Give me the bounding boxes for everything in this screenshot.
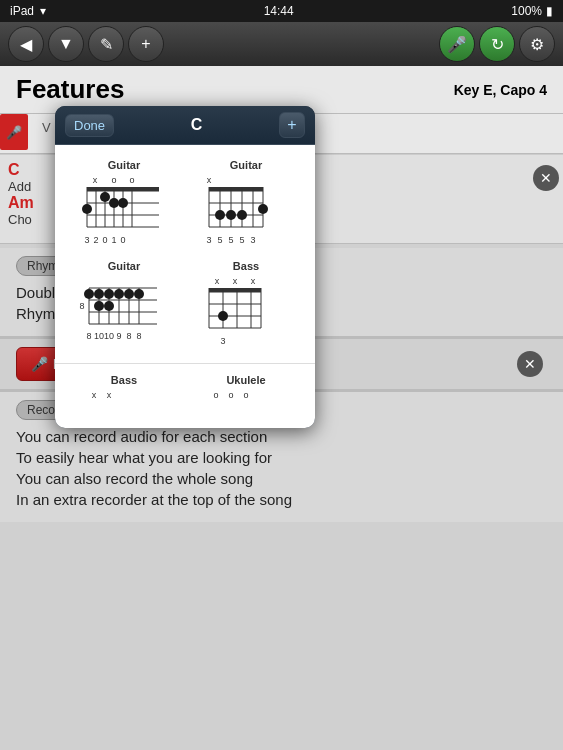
chord-diagram-bass2: Bass x x (63, 368, 185, 424)
back-button[interactable]: ◀ (8, 26, 44, 62)
status-bar: iPad ▾ 14:44 100% ▮ (0, 0, 563, 22)
svg-point-17 (118, 198, 128, 208)
mic-tab-icon: 🎤 (6, 125, 22, 140)
chord-diagram-ukulele: Ukulele o o o (185, 368, 307, 424)
bass-svg: x x x (199, 274, 294, 349)
guitar2-svg: x (199, 173, 294, 248)
settings-icon: ⚙ (530, 35, 544, 54)
svg-point-82 (218, 311, 228, 321)
record-text: You can record audio for each section To… (16, 426, 547, 510)
svg-text:8: 8 (79, 301, 84, 311)
battery-icon: ▮ (546, 4, 553, 18)
status-right: 100% ▮ (511, 4, 553, 18)
svg-rect-24 (209, 187, 263, 191)
add-icon: + (141, 35, 150, 53)
svg-text:x: x (214, 276, 219, 286)
mic-button[interactable]: 🎤 (439, 26, 475, 62)
svg-text:x: x (92, 390, 97, 400)
svg-text:3: 3 (220, 336, 225, 346)
chord-diagram-guitar3: Guitar 8 (63, 254, 185, 355)
guitar3-svg: 8 (77, 274, 172, 349)
ukulele-svg: o o o (206, 388, 286, 418)
svg-text:x: x (206, 175, 211, 185)
time-label: 14:44 (264, 4, 294, 18)
chord-row-close[interactable]: ✕ (533, 165, 559, 191)
svg-text:x: x (232, 276, 237, 286)
svg-text:x: x (92, 175, 97, 185)
svg-text:3: 3 (84, 235, 89, 245)
back-icon: ◀ (20, 35, 32, 54)
svg-point-55 (84, 289, 94, 299)
svg-point-16 (109, 198, 119, 208)
nav-right: 🎤 ↻ ⚙ (439, 26, 555, 62)
verse-tab: 🎤 (0, 114, 28, 150)
verse-label: V (42, 120, 51, 135)
nav-left: ◀ ▼ ✎ + (8, 26, 164, 62)
svg-text:1: 1 (111, 235, 116, 245)
svg-text:o: o (243, 390, 248, 400)
chord-overlay-header: Done C + (55, 106, 315, 145)
chord-diagram-bass: Bass x x x (185, 254, 307, 355)
svg-point-60 (134, 289, 144, 299)
status-left: iPad ▾ (10, 4, 46, 18)
svg-text:o: o (111, 175, 116, 185)
svg-point-14 (82, 204, 92, 214)
svg-text:5: 5 (228, 235, 233, 245)
svg-text:x: x (107, 390, 112, 400)
svg-text:5: 5 (217, 235, 222, 245)
chord-diagram-guitar2: Guitar x (185, 153, 307, 254)
down-button[interactable]: ▼ (48, 26, 84, 62)
svg-text:10: 10 (93, 331, 103, 341)
chord-diagram-guitar1: Guitar x o o (63, 153, 185, 254)
svg-text:3: 3 (206, 235, 211, 245)
svg-text:8: 8 (86, 331, 91, 341)
svg-text:0: 0 (102, 235, 107, 245)
main-content: Features Key E, Capo 4 🎤 V C Add Am Cho … (0, 66, 563, 750)
svg-point-62 (104, 301, 114, 311)
chord-overlay: Done C + Guitar x o o (55, 106, 315, 428)
svg-text:x: x (250, 276, 255, 286)
chord-diagram-row2: Bass x x Ukulele o o o (55, 363, 315, 428)
svg-text:o: o (228, 390, 233, 400)
svg-point-56 (94, 289, 104, 299)
svg-text:8: 8 (136, 331, 141, 341)
chord-add-button[interactable]: + (279, 112, 305, 138)
svg-text:8: 8 (126, 331, 131, 341)
page-title: Features (16, 74, 124, 105)
record-row-close[interactable]: ✕ (517, 351, 543, 377)
bass2-svg: x x (84, 388, 164, 418)
edit-button[interactable]: ✎ (88, 26, 124, 62)
key-info: Key E, Capo 4 (454, 82, 547, 98)
svg-point-57 (104, 289, 114, 299)
svg-point-15 (100, 192, 110, 202)
svg-point-61 (94, 301, 104, 311)
settings-button[interactable]: ⚙ (519, 26, 555, 62)
mic-icon: 🎤 (447, 35, 467, 54)
svg-text:5: 5 (239, 235, 244, 245)
svg-point-37 (237, 210, 247, 220)
down-icon: ▼ (58, 35, 74, 53)
refresh-button[interactable]: ↻ (479, 26, 515, 62)
wifi-icon: ▾ (40, 4, 46, 18)
edit-icon: ✎ (100, 35, 113, 54)
chord-overlay-title: C (191, 116, 203, 134)
svg-text:9: 9 (116, 331, 121, 341)
refresh-icon: ↻ (491, 35, 504, 54)
add-button[interactable]: + (128, 26, 164, 62)
svg-point-38 (258, 204, 268, 214)
chord-diagram-grid: Guitar x o o (55, 145, 315, 363)
svg-text:o: o (129, 175, 134, 185)
battery-label: 100% (511, 4, 542, 18)
svg-point-36 (226, 210, 236, 220)
svg-text:3: 3 (250, 235, 255, 245)
carrier-label: iPad (10, 4, 34, 18)
svg-text:o: o (213, 390, 218, 400)
chord-done-button[interactable]: Done (65, 114, 114, 137)
svg-text:10: 10 (103, 331, 113, 341)
svg-point-59 (124, 289, 134, 299)
svg-point-58 (114, 289, 124, 299)
svg-text:2: 2 (93, 235, 98, 245)
guitar1-svg: x o o (77, 173, 172, 248)
svg-point-35 (215, 210, 225, 220)
record-mic-icon: 🎤 (31, 356, 48, 372)
